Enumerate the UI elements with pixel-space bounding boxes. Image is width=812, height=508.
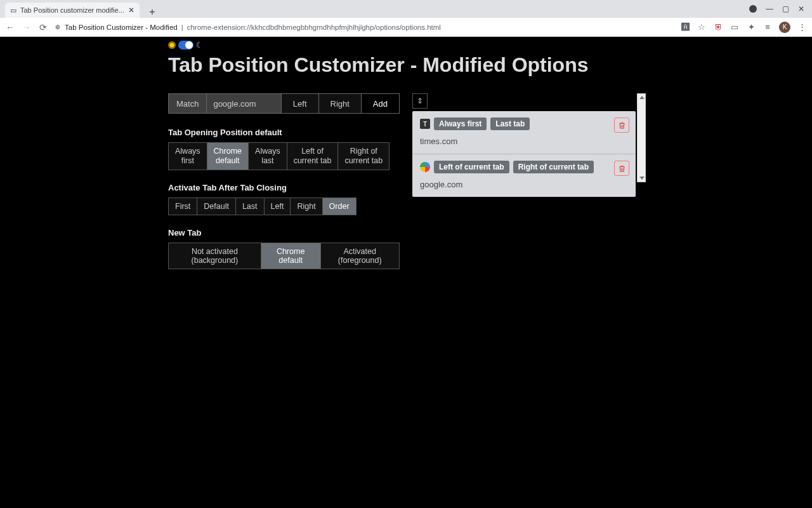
match-label: Match xyxy=(168,93,206,114)
tab-favicon: ▭ xyxy=(10,6,16,15)
trash-icon xyxy=(618,121,626,130)
rule-item: Left of current tab Right of current tab… xyxy=(412,154,636,197)
extension-icon: ✵ xyxy=(55,23,61,32)
tab-title: Tab Position customizer modifie... xyxy=(20,6,124,14)
rule-pill[interactable]: Always first xyxy=(434,117,487,130)
opening-options: Alwaysfirst Chromedefault Alwayslast Lef… xyxy=(168,142,400,170)
settings-column: Match Left Right Add Tab Opening Positio… xyxy=(168,93,400,282)
match-row: Match Left Right Add xyxy=(168,93,400,114)
page-url: chrome-extension://kkhcdbdhbmegbbhgmdhhp… xyxy=(187,23,441,31)
newtab-opt-1[interactable]: Chrome default xyxy=(261,243,320,269)
closing-opt-1[interactable]: Default xyxy=(197,197,235,215)
rules-column: ⇕ T Always first Last tab times.com Left… xyxy=(412,93,653,197)
closing-opt-3[interactable]: Left xyxy=(264,197,291,215)
toolbar-actions: 🅰 ☆ ⛨ ▭ ✦ ≡ K ⋮ xyxy=(680,22,807,33)
newtab-opt-0[interactable]: Not activated (background) xyxy=(168,243,261,269)
closing-title: Activate Tab After Tab Closing xyxy=(168,183,400,192)
translate-icon[interactable]: 🅰 xyxy=(680,22,690,32)
page-heading: Tab Position Customizer - Modified Optio… xyxy=(168,53,802,77)
match-input[interactable] xyxy=(207,99,280,109)
theme-toggle-row: ☾ xyxy=(168,41,802,50)
rule-favicon xyxy=(420,162,430,172)
page-title-chip: Tab Position Customizer - Modified xyxy=(65,23,178,31)
back-button[interactable]: ← xyxy=(5,22,15,32)
moon-icon: ☾ xyxy=(196,41,203,50)
sort-handle[interactable]: ⇕ xyxy=(412,93,428,109)
opening-opt-1[interactable]: Chromedefault xyxy=(207,142,248,170)
match-input-wrapper xyxy=(206,93,280,114)
delete-rule-button[interactable] xyxy=(614,161,629,176)
rule-url: times.com xyxy=(420,137,628,146)
window-controls: — ▢ ✕ xyxy=(742,0,812,18)
opening-opt-4[interactable]: Right ofcurrent tab xyxy=(337,142,390,170)
delete-rule-button[interactable] xyxy=(614,117,629,133)
match-right-button[interactable]: Right xyxy=(318,93,361,114)
close-tab-icon[interactable]: ✕ xyxy=(128,6,134,15)
extensions-icon[interactable]: ✦ xyxy=(746,22,756,32)
opening-title: Tab Opening Position default xyxy=(168,128,400,137)
rule-item: T Always first Last tab times.com xyxy=(412,111,636,154)
opening-opt-2[interactable]: Alwayslast xyxy=(248,142,287,170)
closing-options: First Default Last Left Right Order xyxy=(168,197,400,215)
menu-icon[interactable]: ⋮ xyxy=(797,22,807,32)
maximize-button[interactable]: ▢ xyxy=(782,4,789,13)
rule-favicon: T xyxy=(420,119,430,129)
opening-opt-3[interactable]: Left ofcurrent tab xyxy=(287,142,338,170)
dark-mode-toggle[interactable] xyxy=(178,41,193,50)
match-add-button[interactable]: Add xyxy=(361,93,400,114)
rule-pill[interactable]: Right of current tab xyxy=(513,161,594,173)
profile-avatar[interactable]: K xyxy=(779,22,790,33)
sun-icon xyxy=(168,41,176,49)
rule-pill[interactable]: Left of current tab xyxy=(434,161,509,173)
newtab-options: Not activated (background) Chrome defaul… xyxy=(168,243,400,269)
forward-button: → xyxy=(22,22,32,32)
address-bar[interactable]: ✵ Tab Position Customizer - Modified | c… xyxy=(55,23,674,32)
separator: | xyxy=(181,23,183,31)
minimize-button[interactable]: — xyxy=(766,4,773,13)
rules-panel: T Always first Last tab times.com Left o… xyxy=(412,111,636,197)
page-body: ☾ Tab Position Customizer - Modified Opt… xyxy=(0,37,812,508)
closing-opt-5[interactable]: Order xyxy=(322,197,357,215)
rule-pill[interactable]: Last tab xyxy=(490,117,530,130)
opening-opt-0[interactable]: Alwaysfirst xyxy=(168,142,207,170)
closing-opt-4[interactable]: Right xyxy=(290,197,322,215)
rules-scrollbar[interactable] xyxy=(637,93,646,182)
panel-icon[interactable]: ▭ xyxy=(730,22,740,32)
browser-tabstrip: ▭ Tab Position customizer modifie... ✕ +… xyxy=(0,0,812,18)
browser-toolbar: ← → ⟳ ✵ Tab Position Customizer - Modifi… xyxy=(0,18,812,37)
closing-opt-2[interactable]: Last xyxy=(235,197,264,215)
closing-opt-0[interactable]: First xyxy=(168,197,197,215)
match-left-button[interactable]: Left xyxy=(281,93,318,114)
account-indicator-icon[interactable] xyxy=(749,5,757,13)
newtab-opt-2[interactable]: Activated (foreground) xyxy=(320,243,400,269)
reading-list-icon[interactable]: ≡ xyxy=(763,22,773,32)
bookmark-icon[interactable]: ☆ xyxy=(697,22,707,32)
rule-url: google.com xyxy=(420,180,628,189)
reload-button[interactable]: ⟳ xyxy=(38,22,48,32)
browser-tab[interactable]: ▭ Tab Position customizer modifie... ✕ xyxy=(5,3,140,18)
trash-icon xyxy=(618,164,626,173)
close-window-button[interactable]: ✕ xyxy=(798,4,804,13)
newtab-title: New Tab xyxy=(168,228,400,237)
shield-icon[interactable]: ⛨ xyxy=(713,22,723,32)
new-tab-button[interactable]: + xyxy=(145,6,160,18)
